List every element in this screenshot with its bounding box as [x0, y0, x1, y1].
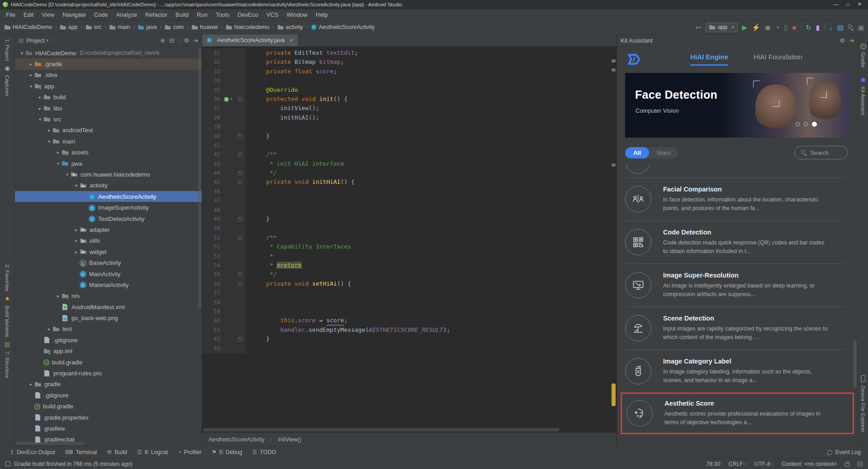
tree-item-aestheticscoreactivity[interactable]: AestheticScoreActivity — [15, 191, 202, 202]
chevron-down-icon[interactable]: ▾ — [64, 172, 71, 177]
breadcrumb-java[interactable]: java — [137, 24, 157, 30]
context-indicator[interactable]: Context: <no context> — [782, 461, 837, 467]
tree-item-com-huawei-hiaicodedemo[interactable]: ▾com.huawei.hiaicodedemo — [15, 169, 202, 180]
minimize-button[interactable]: — — [833, 1, 838, 7]
fold-marker[interactable]: ^ — [236, 335, 244, 344]
tree-item-widget[interactable]: ▸widget — [15, 246, 202, 257]
menu-tools[interactable]: Tools — [212, 10, 233, 19]
search-everywhere-icon[interactable] — [848, 24, 854, 30]
tool-window-button-6-logcat[interactable]: ☰6: Logcat — [132, 446, 173, 458]
fold-close-icon[interactable]: ^ — [238, 171, 242, 175]
tree-item-build[interactable]: ▸build — [15, 92, 202, 103]
attach-debugger-icon[interactable]: ▯ — [784, 24, 787, 31]
tree-item-materialactivity[interactable]: MaterialActivity — [15, 279, 202, 290]
carousel-dot[interactable] — [804, 122, 808, 126]
tab-hiai-foundation[interactable]: HiAI Foundation — [754, 53, 802, 66]
caret-position[interactable]: 78:30 — [706, 461, 720, 467]
tree-item-imagesuperactivity[interactable]: ImageSuperActivity — [15, 202, 202, 213]
breadcrumb-src[interactable]: src — [85, 24, 103, 30]
chevron-down-icon[interactable]: ▾ — [46, 139, 52, 144]
fold-marker[interactable]: − — [236, 177, 244, 187]
tree-vertical-scrollbar[interactable] — [198, 48, 201, 309]
chevron-right-icon[interactable]: ▸ — [46, 326, 52, 331]
tool-button-build-variants[interactable]: Build Variants — [5, 306, 10, 337]
chevron-right-icon[interactable]: ▸ — [46, 128, 52, 133]
restore-button[interactable]: □ — [846, 1, 849, 7]
close-button[interactable]: ✕ — [858, 1, 862, 7]
code-editor[interactable]: 31 private EditText textEdit;32 private … — [202, 47, 611, 428]
chevron-down-icon[interactable]: ▾ — [55, 161, 62, 166]
menu-help[interactable]: Help — [312, 10, 332, 19]
menu-build[interactable]: Build — [171, 10, 193, 19]
fold-marker[interactable]: − — [236, 233, 244, 242]
kit-item-facial-comparison[interactable]: Facial ComparisonIn face detection, info… — [625, 177, 845, 220]
fold-marker[interactable]: ^ — [236, 270, 244, 279]
menu-navigate[interactable]: Navigate — [58, 10, 90, 19]
menu-deveco[interactable]: DevEco — [233, 10, 262, 19]
tool-window-button-profiler[interactable]: ◔Profiler — [173, 446, 207, 458]
run-button[interactable]: ▶ — [742, 24, 748, 31]
breadcrumb-hiaicodedemo[interactable]: hiaicodedemo — [225, 24, 270, 30]
profiler-icon[interactable]: ◔ — [775, 24, 779, 31]
tree-item-java[interactable]: ▾java — [15, 158, 202, 169]
fold-open-icon[interactable]: − — [238, 236, 242, 240]
tree-item-textdetectactivity[interactable]: TextDetectActivity — [15, 213, 202, 224]
memory-indicator-icon[interactable] — [858, 462, 863, 466]
status-window-icon[interactable] — [5, 461, 10, 466]
tool-button-captures[interactable]: Captures — [5, 75, 10, 96]
tree-item-androidmanifest-xml[interactable]: AndroidManifest.xml — [15, 302, 202, 312]
chevron-down-icon[interactable]: ▾ — [28, 84, 34, 89]
filter-stars-button[interactable]: Stars — [649, 147, 678, 158]
menu-code[interactable]: Code — [90, 10, 112, 19]
breadcrumb-aestheticscoreactivity[interactable]: AestheticScoreActivity — [310, 24, 376, 30]
kit-item-aesthetic-score[interactable]: Aesthetic ScoreAesthetic scores provide … — [621, 392, 854, 434]
tree-item-adapter[interactable]: ▸adapter — [15, 224, 202, 235]
kit-item-image-category-label[interactable]: Image Category LabelIn image category la… — [625, 349, 845, 392]
chevron-right-icon[interactable]: ▸ — [28, 62, 34, 67]
fold-marker[interactable]: − — [236, 150, 244, 159]
tree-item-src[interactable]: ▾src — [15, 114, 202, 124]
filter-all-button[interactable]: All — [625, 147, 649, 158]
tree-item-mainactivity[interactable]: MainActivity — [15, 268, 202, 279]
chevron-right-icon[interactable]: ▸ — [73, 249, 80, 254]
kit-item-image-super-resolution[interactable]: Image Super-ResolutionAn image is intell… — [625, 263, 845, 306]
event-log-button[interactable]: Event Log — [827, 449, 863, 455]
close-tab-icon[interactable]: ✕ — [289, 38, 293, 43]
tree-item-app[interactable]: ▾app — [15, 81, 202, 91]
tool-window-button-build[interactable]: ⚒Build — [102, 446, 132, 458]
tree-item-baseactivity[interactable]: BaseActivity — [15, 257, 202, 268]
chevron-right-icon[interactable]: ▸ — [73, 238, 80, 243]
fold-marker[interactable]: − — [236, 95, 244, 104]
fold-marker[interactable]: − — [236, 279, 244, 288]
breadcrumb-com[interactable]: com — [164, 24, 185, 30]
tool-window-button-terminal[interactable]: ⌨Terminal — [60, 446, 102, 458]
tool-button-1-project[interactable]: 1: Project — [5, 39, 10, 61]
tree-item-app-iml[interactable]: app.iml — [15, 346, 202, 357]
editor-vertical-scrollbar[interactable] — [611, 47, 617, 428]
carousel-dot[interactable] — [796, 122, 800, 126]
breadcrumb-huawei[interactable]: huawei — [191, 24, 219, 30]
chevron-right-icon[interactable]: ▸ — [28, 382, 34, 387]
back-arrow-icon[interactable]: ↩ — [696, 24, 702, 31]
tree-item-androidtest[interactable]: ▸androidTest — [15, 125, 202, 136]
chevron-down-icon[interactable]: ▾ — [37, 117, 43, 122]
device-file-explorer-icon[interactable]: ▤ — [837, 24, 844, 31]
tree-item-go-back-web-png[interactable]: go_back-web.png — [15, 312, 202, 323]
tree-item-main[interactable]: ▾main — [15, 136, 202, 147]
project-panel-title[interactable]: Project — [26, 37, 44, 44]
chevron-right-icon[interactable]: ▸ — [28, 72, 34, 77]
menu-view[interactable]: View — [38, 10, 58, 19]
fold-close-icon[interactable]: ^ — [238, 273, 242, 277]
line-ending-select[interactable]: CRLF↕ — [729, 461, 746, 467]
tree-item-assets[interactable]: ▸assets — [15, 147, 202, 158]
override-icon[interactable]: o — [224, 97, 229, 102]
collapse-all-icon[interactable]: ⊟ — [169, 37, 174, 44]
lock-icon[interactable] — [845, 463, 849, 467]
tool-button-2-favorites[interactable]: 2: Favorites — [5, 264, 10, 292]
tool-window-button-deveco-output[interactable]: ↥DevEco Output — [5, 446, 60, 458]
apply-changes-icon[interactable]: ⚡ — [752, 24, 760, 31]
chevron-down-icon[interactable]: ▾ — [19, 51, 25, 56]
fold-marker[interactable]: ^ — [236, 215, 244, 224]
chevron-down-icon[interactable]: ▾ — [47, 38, 49, 43]
tree-item-gitignore[interactable]: .gitignore — [15, 335, 202, 345]
